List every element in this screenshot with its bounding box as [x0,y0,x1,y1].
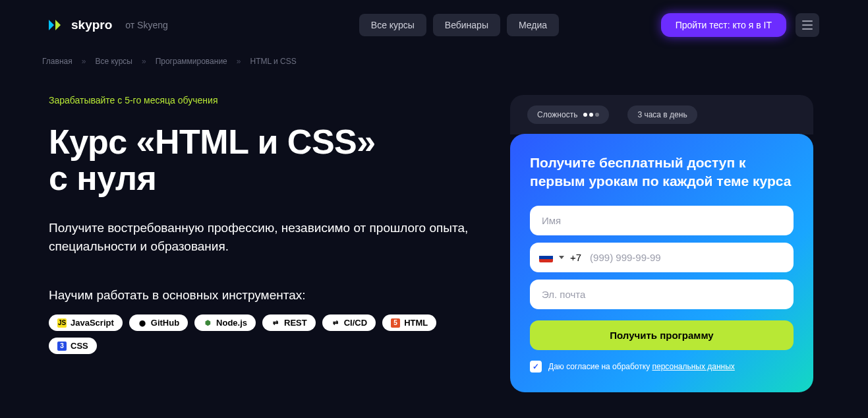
hero-title: Курс «HTML и CSS» с нуля [49,124,471,196]
phone-prefix: +7 [570,252,581,263]
breadcrumb: Главная » Все курсы » Программирование »… [0,50,868,74]
tool-javascript: JSJavaScript [49,314,123,331]
chevron-right-icon: » [237,57,241,66]
phone-input-row: +7 [530,243,794,272]
breadcrumb-item[interactable]: Все курсы [95,57,132,66]
breadcrumb-item-current: HTML и CSS [250,57,296,66]
hours-chip: 3 часа в день [627,105,697,124]
form-title: Получите бесплатный доступ к первым урок… [530,154,794,191]
flag-ru-icon[interactable] [539,253,553,262]
logo-text: skypro [71,18,112,32]
consent-text: Даю согласие на обработку персональных д… [548,362,735,371]
submit-button[interactable]: Получить программу [530,320,794,350]
nav-all-courses[interactable]: Все курсы [359,14,426,36]
hamburger-icon [802,20,813,22]
tool-github: ⬤GitHub [129,314,188,331]
main: Зарабатывайте с 5-го месяца обучения Кур… [0,74,868,392]
hamburger-menu-button[interactable] [796,13,819,37]
difficulty-dots-icon [583,113,599,117]
tool-cicd: ⇄CI/CD [322,314,376,331]
signup-form: Получите бесплатный доступ к первым урок… [510,134,813,392]
logo-icon [49,20,62,30]
tool-html: 5HTML [382,314,436,331]
from-skyeng-label: от Skyeng [125,20,167,30]
tool-rest: ⇄REST [262,314,316,331]
hero-section: Зарабатывайте с 5-го месяца обучения Кур… [49,95,471,392]
info-bar: Сложность 3 часа в день [510,95,813,134]
cta-test-button[interactable]: Пройти тест: кто я в IT [661,13,786,37]
html-icon: 5 [391,318,400,328]
nav-center: Все курсы Вебинары Медиа [359,14,559,36]
breadcrumb-item[interactable]: Главная [42,57,72,66]
nodejs-icon: ⬢ [203,318,212,328]
consent-checkbox[interactable]: ✓ [530,361,542,373]
tool-nodejs: ⬢Node.js [194,314,256,331]
breadcrumb-item[interactable]: Программирование [156,57,227,66]
name-input[interactable] [530,206,794,235]
tool-css: 3CSS [49,338,97,354]
phone-input[interactable] [587,245,784,270]
css-icon: 3 [57,342,67,351]
chevron-right-icon: » [82,57,86,66]
check-icon: ✓ [533,362,539,371]
personal-data-link[interactable]: персональных данных [652,362,734,371]
email-input[interactable] [530,280,794,309]
javascript-icon: JS [57,318,67,328]
hero-subtitle: Получите востребованную профессию, незав… [49,219,471,255]
tool-pills: JSJavaScript ⬤GitHub ⬢Node.js ⇄REST ⇄CI/… [49,314,471,354]
nav-right: Пройти тест: кто я в IT [661,13,819,37]
nav-media[interactable]: Медиа [507,14,559,36]
chevron-down-icon[interactable] [559,256,564,259]
consent-row: ✓ Даю согласие на обработку персональных… [530,361,794,373]
rest-icon: ⇄ [271,318,280,328]
difficulty-chip: Сложность [527,105,609,124]
signup-panel: Сложность 3 часа в день Получите бесплат… [510,95,813,392]
tools-heading: Научим работать в основных инструментах: [49,288,471,303]
cicd-icon: ⇄ [331,318,340,328]
logo[interactable]: skypro [49,18,112,32]
nav-webinars[interactable]: Вебинары [433,14,500,36]
chevron-right-icon: » [142,57,146,66]
github-icon: ⬤ [138,318,147,328]
hero-tagline: Зарабатывайте с 5-го месяца обучения [49,95,471,105]
header: skypro от Skyeng Все курсы Вебинары Меди… [0,0,868,50]
